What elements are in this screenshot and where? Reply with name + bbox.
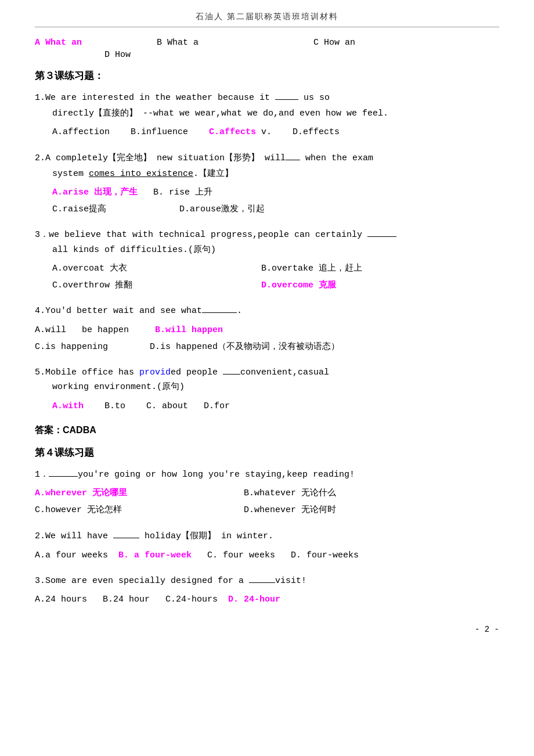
blank-5 bbox=[223, 374, 240, 375]
question-5-options: A.with B.to C. about D.for bbox=[35, 398, 499, 414]
top-option-a: A What an bbox=[35, 38, 157, 48]
s4-q2-correct: B. a four-week bbox=[118, 550, 192, 560]
s4-blank-3 bbox=[249, 582, 275, 583]
q5-correct: A.with bbox=[52, 401, 84, 411]
question-2-text: 2.A completely【完全地】 new situation【形势】 wi… bbox=[35, 150, 499, 181]
question-5-text: 5.Mobile office has provided people conv… bbox=[35, 365, 499, 395]
s4-blank-1 bbox=[49, 476, 78, 477]
s4-q1-options: A.wherever 无论哪里 B.whatever 无论什么 C.howeve… bbox=[35, 485, 499, 518]
s4-q3-correct: D. 24-hour bbox=[228, 595, 280, 604]
question-1-options: A.affection B.influence C.affects v. D.e… bbox=[35, 124, 499, 140]
page-header: 石油人 第二届职称英语班培训材料 bbox=[35, 12, 499, 27]
question-5: 5.Mobile office has provided people conv… bbox=[35, 365, 499, 414]
top-option-c: C How an bbox=[313, 38, 418, 48]
s4-question-1: 1．you're going or how long you're stayin… bbox=[35, 467, 499, 519]
s4-question-2: 2.We will have holiday【假期】 in winter. A.… bbox=[35, 528, 499, 563]
question-2: 2.A completely【完全地】 new situation【形势】 wi… bbox=[35, 150, 499, 217]
s4-q3-options: A.24 hours B.24 hour C.24-hours D. 24-ho… bbox=[35, 592, 499, 607]
question-4: 4.You'd better wait and see what. A.will… bbox=[35, 304, 499, 355]
question-1-text: 1.We are interested in the weather becau… bbox=[35, 91, 499, 121]
page-number: - 2 - bbox=[35, 625, 499, 634]
blank-3 bbox=[367, 236, 396, 237]
question-1: 1.We are interested in the weather becau… bbox=[35, 91, 499, 140]
s4-q1-text: 1．you're going or how long you're stayin… bbox=[35, 467, 499, 483]
question-2-options: A.arise 出现，产生 B. rise 上升 C.raise提高 D.aro… bbox=[35, 185, 499, 217]
top-option-d: D How bbox=[35, 50, 131, 60]
section4-title: 第４课练习题 bbox=[35, 446, 499, 459]
blank-4 bbox=[202, 312, 237, 313]
q5-highlight: provid bbox=[139, 368, 171, 377]
question-4-options: A.will be happen B.will happen C.is happ… bbox=[35, 322, 499, 355]
s4-q3-text: 3.Some are even specially designed for a… bbox=[35, 574, 499, 589]
s4-question-3: 3.Some are even specially designed for a… bbox=[35, 574, 499, 608]
q3-correct: D.overcome 克服 bbox=[261, 278, 336, 293]
header-text: 石油人 第二届职称英语班培训材料 bbox=[196, 12, 338, 21]
top-option-b: B What a bbox=[157, 38, 313, 48]
question-3: 3．we believe that with technical progres… bbox=[35, 228, 499, 293]
top-options-row: A What an B What a C How an bbox=[35, 38, 499, 48]
s4-blank-2 bbox=[113, 538, 139, 538]
q2-correct: A.arise 出现，产生 bbox=[52, 185, 138, 200]
s4-q1-correct: A.wherever 无论哪里 bbox=[35, 488, 127, 498]
section3-answer: 答案：CADBA bbox=[35, 424, 499, 437]
q1-correct: C.affects bbox=[209, 127, 256, 137]
blank-1 bbox=[275, 99, 298, 100]
question-3-text: 3．we believe that with technical progres… bbox=[35, 228, 499, 257]
question-4-text: 4.You'd better wait and see what. bbox=[35, 304, 499, 319]
s4-q2-options: A.a four weeks B. a four-week C. four we… bbox=[35, 548, 499, 563]
q4-correct: B.will happen bbox=[155, 322, 223, 338]
question-3-options: A.overcoat 大衣 B.overtake 追上，赶上 C.overthr… bbox=[35, 261, 499, 293]
section3-title: 第３课练习题： bbox=[35, 69, 499, 82]
top-option-d-row: D How bbox=[35, 50, 499, 60]
s4-q2-text: 2.We will have holiday【假期】 in winter. bbox=[35, 528, 499, 544]
blank-2 bbox=[286, 160, 300, 160]
